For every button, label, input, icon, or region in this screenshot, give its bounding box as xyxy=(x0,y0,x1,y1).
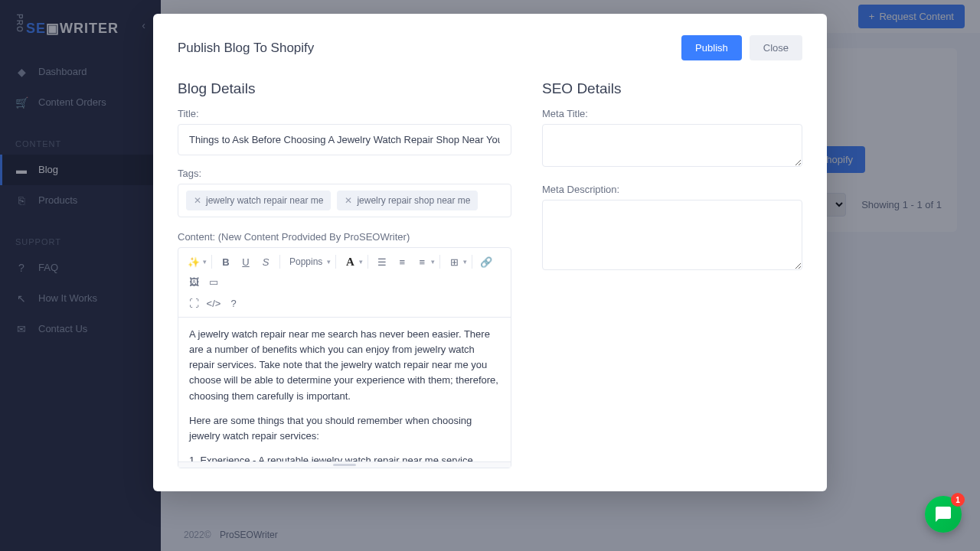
chevron-down-icon[interactable]: ▾ xyxy=(203,258,207,266)
fullscreen-button[interactable]: ⛶ xyxy=(185,294,203,312)
tags-label: Tags: xyxy=(178,168,511,179)
editor-toolbar: ✨▾ B U S Poppins▾ A ▾ ☰ ≡ ≡▾ ⊞▾ xyxy=(178,248,511,318)
tags-input[interactable]: ✕ jewelry watch repair near me ✕ jewelry… xyxy=(178,184,511,217)
meta-description-label: Meta Description: xyxy=(542,184,802,195)
video-button[interactable]: ▭ xyxy=(204,272,223,291)
tag-label: jewelry repair shop near me xyxy=(357,195,470,206)
publish-button[interactable]: Publish xyxy=(681,35,742,60)
tag-remove-icon[interactable]: ✕ xyxy=(345,195,352,206)
rich-text-editor: ✨▾ B U S Poppins▾ A ▾ ☰ ≡ ≡▾ ⊞▾ xyxy=(178,247,511,468)
strike-button[interactable]: S xyxy=(256,253,275,271)
bold-button[interactable]: B xyxy=(217,253,235,271)
image-button[interactable]: 🖼 xyxy=(185,272,203,291)
tag-chip: ✕ jewelry repair shop near me xyxy=(337,191,478,210)
chevron-down-icon[interactable]: ▾ xyxy=(463,258,467,266)
font-family-select[interactable]: Poppins xyxy=(285,254,327,269)
help-button[interactable]: ? xyxy=(224,294,243,312)
chat-badge: 1 xyxy=(951,493,965,507)
table-button[interactable]: ⊞ xyxy=(445,253,463,271)
title-label: Title: xyxy=(178,108,511,119)
publish-modal: Publish Blog To Shopify Publish Close Bl… xyxy=(153,14,827,491)
link-button[interactable]: 🔗 xyxy=(477,253,495,271)
blog-details-heading: Blog Details xyxy=(178,80,511,97)
modal-title: Publish Blog To Shopify xyxy=(178,41,314,56)
tag-label: jewelry watch repair near me xyxy=(206,195,323,206)
meta-title-label: Meta Title: xyxy=(542,108,802,119)
title-input[interactable] xyxy=(178,124,511,155)
close-button[interactable]: Close xyxy=(750,35,802,60)
align-button[interactable]: ≡ xyxy=(413,253,431,271)
meta-description-input[interactable] xyxy=(542,200,802,270)
editor-resize-handle[interactable] xyxy=(178,461,511,468)
unordered-list-button[interactable]: ☰ xyxy=(373,253,391,271)
meta-title-input[interactable] xyxy=(542,124,802,167)
content-paragraph: A jewelry watch repair near me search ha… xyxy=(189,327,500,404)
content-paragraph: 1. Experience - A reputable jewelry watc… xyxy=(189,453,500,461)
text-color-button[interactable]: A xyxy=(341,253,359,271)
ordered-list-button[interactable]: ≡ xyxy=(393,253,411,271)
chat-icon xyxy=(934,505,952,523)
tag-remove-icon[interactable]: ✕ xyxy=(194,195,201,206)
code-view-button[interactable]: </> xyxy=(204,294,223,312)
chevron-down-icon[interactable]: ▾ xyxy=(359,258,363,266)
chat-widget[interactable]: 1 xyxy=(925,496,962,533)
magic-icon[interactable]: ✨ xyxy=(185,253,203,271)
content-paragraph: Here are some things that you should rem… xyxy=(189,413,500,444)
underline-button[interactable]: U xyxy=(237,253,255,271)
editor-content[interactable]: A jewelry watch repair near me search ha… xyxy=(178,318,511,461)
tag-chip: ✕ jewelry watch repair near me xyxy=(186,191,331,210)
content-label: Content: (New Content Prodvided By ProSE… xyxy=(178,231,511,243)
seo-details-heading: SEO Details xyxy=(542,80,802,97)
chevron-down-icon[interactable]: ▾ xyxy=(431,258,435,266)
chevron-down-icon: ▾ xyxy=(327,258,331,266)
